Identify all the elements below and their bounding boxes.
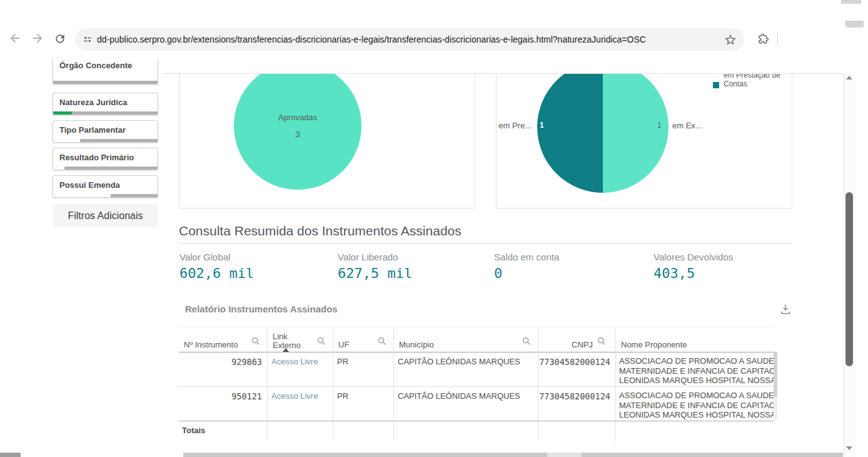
pie-slice-value: 3 bbox=[234, 130, 361, 139]
extensions-button[interactable] bbox=[755, 33, 770, 48]
kpi-value-valor-global: 602,6 mil bbox=[179, 265, 254, 281]
cell-nome-proponente: ASSOCIACAO DE PROMOCAO A SAUDE, MATERNID… bbox=[616, 352, 774, 386]
back-button[interactable] bbox=[8, 32, 23, 47]
cell-nome-proponente: ASSOCIACAO DE PROMOCAO A SAUDE, MATERNID… bbox=[616, 387, 774, 421]
column-header-nome-proponente[interactable]: Nome Proponente bbox=[616, 327, 774, 352]
selection-state-bar bbox=[53, 194, 158, 197]
horizontal-scrollbar-thumb[interactable] bbox=[0, 453, 21, 457]
report-title: Relatório Instrumentos Assinados bbox=[185, 304, 338, 314]
legend-label: em Prestação de Contas bbox=[724, 73, 787, 88]
column-label: Nome Proponente bbox=[621, 341, 687, 349]
filter-label: Possui Emenda bbox=[59, 180, 120, 190]
sort-ascending-icon bbox=[283, 348, 289, 352]
selection-state-bar bbox=[53, 167, 158, 170]
summary-section-title: Consulta Resumida dos Instrumentos Assin… bbox=[179, 223, 462, 239]
horizontal-scrollbar-segment bbox=[547, 453, 582, 457]
filter-possui-emenda[interactable]: Possui Emenda bbox=[53, 175, 158, 198]
horizontal-scrollbar-gap bbox=[21, 453, 183, 457]
column-header-municipio[interactable]: Município bbox=[394, 327, 538, 352]
forward-button[interactable] bbox=[30, 32, 45, 47]
more-filters-button[interactable]: Filtros Adicionais bbox=[53, 204, 158, 227]
column-label: Link Externo bbox=[273, 332, 309, 350]
nome-line: MATERNIDADE E INFANCIA DE CAPITAO bbox=[619, 401, 774, 411]
reload-icon bbox=[54, 33, 66, 48]
selection-state-bar bbox=[53, 139, 158, 142]
puzzle-icon bbox=[757, 33, 769, 48]
nome-line: LEONIDAS MARQUES HOSPITAL NOSSA bbox=[619, 410, 774, 420]
column-label: Município bbox=[399, 341, 434, 349]
column-header-uf[interactable]: UF bbox=[333, 327, 394, 352]
nome-line: LEONIDAS MARQUES HOSPITAL NOSSA bbox=[619, 376, 774, 386]
url-text: dd-publico.serpro.gov.br/extensions/tran… bbox=[97, 28, 716, 51]
kpi-value-valor-liberado: 627,5 mil bbox=[338, 265, 412, 281]
window-scrollbar-fragment bbox=[845, 21, 864, 28]
search-icon[interactable] bbox=[251, 336, 261, 346]
nome-line: ASSOCIACAO DE PROMOCAO A SAUDE, bbox=[619, 356, 774, 366]
page-scrollbar-thumb[interactable] bbox=[845, 192, 853, 366]
site-info-icon[interactable] bbox=[81, 33, 94, 48]
column-label: Nº Instrumento bbox=[184, 341, 238, 349]
kpi-label-saldo-em-conta: Saldo em conta bbox=[494, 252, 559, 262]
totals-label: Totais bbox=[179, 421, 268, 441]
url-bar[interactable]: dd-publico.serpro.gov.br/extensions/tran… bbox=[75, 28, 744, 51]
screen: dd-publico.serpro.gov.br/extensions/tran… bbox=[0, 0, 868, 457]
search-icon[interactable] bbox=[316, 336, 326, 346]
scroll-up-arrow-icon[interactable] bbox=[846, 76, 852, 80]
table-header-row: Nº Instrumento Link Externo UF Municíp bbox=[179, 327, 774, 352]
legend-swatch bbox=[713, 82, 719, 88]
scroll-down-arrow-icon[interactable] bbox=[846, 446, 852, 450]
table-scrollbar-thumb[interactable] bbox=[774, 352, 777, 397]
filter-label: Órgão Concedente bbox=[59, 61, 132, 70]
column-header-instrumento[interactable]: Nº Instrumento bbox=[179, 327, 268, 352]
cell-link-externo[interactable]: Acesso Livre bbox=[268, 387, 333, 421]
pie-two-slices[interactable] bbox=[537, 73, 669, 193]
table-scrollbar[interactable] bbox=[774, 352, 777, 421]
column-header-link-externo[interactable]: Link Externo bbox=[268, 327, 333, 352]
window-scrollbar-fragment-top bbox=[841, 0, 861, 4]
pie-left-slice-label: em Pre... bbox=[497, 121, 532, 130]
filter-tipo-parlamentar[interactable]: Tipo Parlamentar bbox=[53, 120, 158, 143]
pie-slice-label: Aprovadas bbox=[234, 113, 361, 122]
nome-line: MATERNIDADE E INFANCIA DE CAPITAO bbox=[619, 366, 774, 376]
kpi-value-saldo-em-conta: 0 bbox=[494, 265, 502, 281]
nome-line: ASSOCIACAO DE PROMOCAO A SAUDE, bbox=[619, 391, 774, 401]
bookmark-star-icon[interactable] bbox=[724, 33, 737, 48]
filter-resultado-primario[interactable]: Resultado Primário bbox=[53, 148, 158, 170]
filter-natureza-juridica[interactable]: Natureza Jurídica bbox=[53, 93, 158, 115]
filter-label: Resultado Primário bbox=[59, 153, 134, 162]
search-icon[interactable] bbox=[377, 336, 387, 346]
pie-right-slice-value: 1 bbox=[657, 121, 662, 130]
kpi-label-valor-liberado: Valor Liberado bbox=[338, 252, 398, 262]
cell-instrumento: 929863 bbox=[179, 352, 268, 386]
forward-arrow-icon bbox=[31, 31, 44, 48]
report-table: Nº Instrumento Link Externo UF Municíp bbox=[179, 327, 774, 441]
table-row: 929863 Acesso Livre PR CAPITÃO LEÔNIDAS … bbox=[179, 352, 774, 387]
filter-label: Natureza Jurídica bbox=[59, 98, 127, 107]
kpi-label-valores-devolvidos: Valores Devolvidos bbox=[654, 252, 733, 262]
kpi-label-valor-global: Valor Global bbox=[179, 252, 230, 262]
cell-link-externo[interactable]: Acesso Livre bbox=[268, 352, 333, 386]
toolbar-divider bbox=[777, 33, 778, 46]
filter-label: Tipo Parlamentar bbox=[59, 125, 126, 135]
column-label: CNPJ bbox=[572, 341, 593, 349]
reload-button[interactable] bbox=[53, 33, 68, 48]
export-download-button[interactable] bbox=[779, 303, 792, 318]
search-icon[interactable] bbox=[597, 336, 607, 346]
table-row: 950121 Acesso Livre PR CAPITÃO LEÔNIDAS … bbox=[179, 387, 774, 421]
totals-cell bbox=[333, 421, 394, 441]
search-icon[interactable] bbox=[522, 336, 532, 346]
column-header-cnpj[interactable]: CNPJ bbox=[538, 327, 616, 352]
cell-uf: PR bbox=[333, 387, 394, 421]
selection-state-bar bbox=[53, 81, 158, 84]
cell-cnpj: 77304582000124 bbox=[538, 387, 616, 421]
selection-state-bar bbox=[53, 111, 158, 115]
cell-uf: PR bbox=[333, 352, 394, 386]
section-divider bbox=[179, 243, 792, 244]
cell-municipio: CAPITÃO LEÔNIDAS MARQUES bbox=[394, 387, 538, 421]
table-totals-row: Totais bbox=[179, 421, 774, 441]
column-label: UF bbox=[338, 341, 349, 349]
horizontal-scrollbar-track[interactable] bbox=[0, 453, 843, 457]
pie-chart-aprovadas: Aprovadas 3 bbox=[179, 73, 475, 208]
back-arrow-icon bbox=[8, 31, 22, 48]
filter-orgao-concedente[interactable]: Órgão Concedente bbox=[53, 59, 158, 85]
